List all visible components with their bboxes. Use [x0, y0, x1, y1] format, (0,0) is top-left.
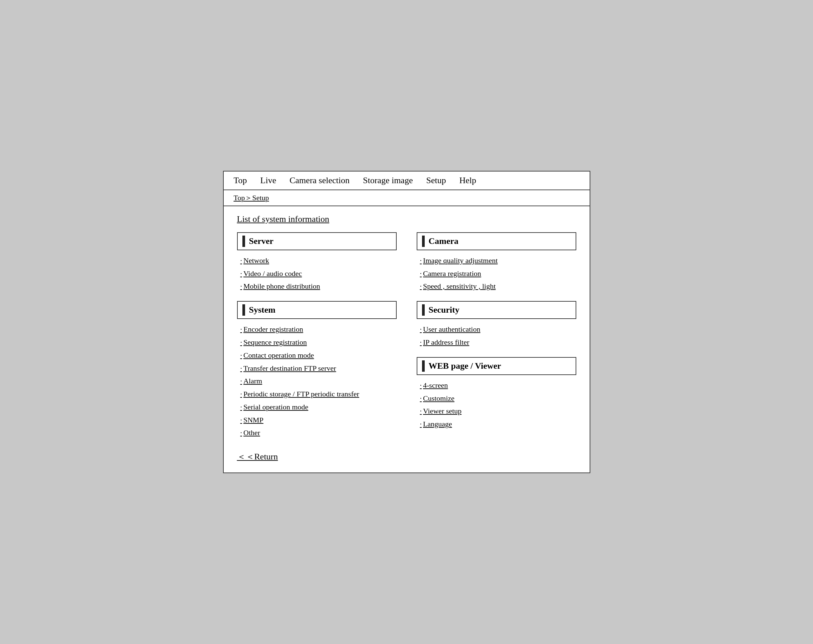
page-title: List of system information: [237, 214, 576, 224]
link-ip-filter[interactable]: IP address filter: [420, 337, 576, 348]
link-language[interactable]: Language: [420, 419, 576, 430]
right-column: Camera Image quality adjustment Camera r…: [417, 232, 576, 463]
main-container: Top Live Camera selection Storage image …: [223, 171, 590, 474]
link-contact-operation[interactable]: Contact operation mode: [241, 350, 397, 361]
link-serial-operation[interactable]: Serial operation mode: [241, 402, 397, 412]
link-encoder-registration[interactable]: Encoder registration: [241, 324, 397, 335]
link-camera-registration[interactable]: Camera registration: [420, 269, 576, 279]
main-content: List of system information Server Networ…: [224, 206, 590, 473]
left-column: Server Network Video / audio codec Mobil…: [237, 232, 397, 463]
link-sequence-registration[interactable]: Sequence registration: [241, 337, 397, 348]
nav-top[interactable]: Top: [234, 176, 247, 185]
camera-label: Camera: [429, 236, 459, 246]
security-accent-bar: [422, 304, 425, 316]
link-network[interactable]: Network: [241, 255, 397, 266]
camera-accent-bar: [422, 236, 425, 247]
link-periodic-storage[interactable]: Periodic storage / FTP periodic transfer: [241, 389, 397, 399]
camera-links: Image quality adjustment Camera registra…: [417, 255, 576, 292]
server-label: Server: [249, 236, 274, 246]
link-4screen[interactable]: 4-screen: [420, 380, 576, 391]
camera-section-header: Camera: [417, 232, 576, 250]
security-label: Security: [429, 305, 459, 315]
security-section-header: Security: [417, 301, 576, 319]
breadcrumb: Top＞Setup: [224, 190, 590, 206]
link-alarm[interactable]: Alarm: [241, 376, 397, 386]
nav-help[interactable]: Help: [459, 176, 476, 185]
server-links: Network Video / audio codec Mobile phone…: [237, 255, 397, 292]
system-accent-bar: [242, 304, 245, 316]
link-image-quality[interactable]: Image quality adjustment: [420, 255, 576, 266]
nav-camera-selection[interactable]: Camera selection: [290, 176, 350, 185]
return-link[interactable]: ＜＜Return: [237, 451, 278, 462]
link-snmp[interactable]: SNMP: [241, 415, 397, 425]
nav-bar: Top Live Camera selection Storage image …: [224, 171, 590, 190]
two-columns: Server Network Video / audio codec Mobil…: [237, 232, 576, 463]
link-transfer-ftp[interactable]: Transfer destination FTP server: [241, 363, 397, 374]
web-accent-bar: [422, 360, 425, 372]
nav-storage-image[interactable]: Storage image: [363, 176, 413, 185]
server-section-header: Server: [237, 232, 397, 250]
nav-live[interactable]: Live: [261, 176, 276, 185]
link-viewer-setup[interactable]: Viewer setup: [420, 406, 576, 416]
system-label: System: [249, 305, 275, 315]
breadcrumb-text[interactable]: Top＞Setup: [234, 194, 269, 202]
security-links: User authentication IP address filter: [417, 324, 576, 348]
web-label: WEB page / Viewer: [429, 361, 501, 371]
link-customize[interactable]: Customize: [420, 393, 576, 404]
link-user-auth[interactable]: User authentication: [420, 324, 576, 335]
link-mobile-phone[interactable]: Mobile phone distribution: [241, 281, 397, 292]
link-video-audio-codec[interactable]: Video / audio codec: [241, 269, 397, 279]
nav-setup[interactable]: Setup: [426, 176, 446, 185]
system-links: Encoder registration Sequence registrati…: [237, 324, 397, 438]
web-links: 4-screen Customize Viewer setup Language: [417, 380, 576, 430]
web-section-header: WEB page / Viewer: [417, 357, 576, 375]
link-other[interactable]: Other: [241, 428, 397, 438]
server-accent-bar: [242, 236, 245, 247]
link-speed-sensitivity[interactable]: Speed , sensitivity , light: [420, 281, 576, 292]
system-section-header: System: [237, 301, 397, 319]
